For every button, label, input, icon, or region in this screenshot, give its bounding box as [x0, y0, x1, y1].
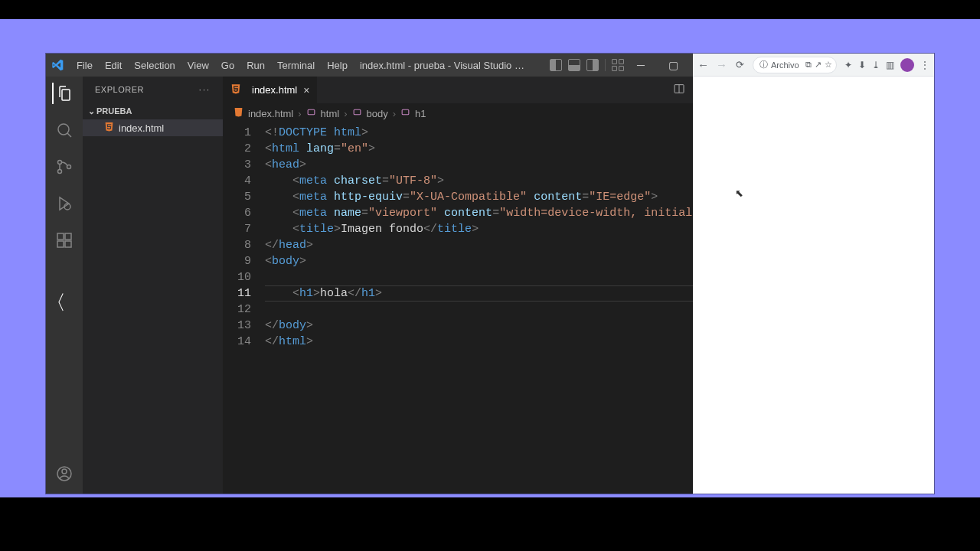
mouse-cursor-icon: ⬉	[735, 187, 743, 199]
layout-bottom-icon[interactable]	[568, 59, 580, 71]
chevron-down-icon: ⌄	[87, 106, 95, 116]
browser-page[interactable]: ⬉	[693, 77, 934, 494]
download-icon[interactable]: ⤓	[872, 60, 880, 70]
layout-controls	[550, 59, 624, 71]
breadcrumbs[interactable]: index.html›html›body›h1	[223, 103, 693, 123]
explorer-icon[interactable]	[52, 83, 75, 104]
layout-grid-icon[interactable]	[612, 59, 624, 71]
tab-bar: index.html ×	[223, 77, 693, 103]
code-line-7[interactable]: <title>Imagen fondo</title>	[265, 221, 693, 237]
extensions-icon[interactable]: ✦	[844, 60, 852, 70]
copy-icon[interactable]: ⧉	[805, 60, 812, 70]
menu-terminal[interactable]: Terminal	[271, 57, 321, 74]
star-icon[interactable]: ☆	[825, 60, 832, 70]
layout-right-icon[interactable]	[586, 59, 599, 71]
menu-selection[interactable]: Selection	[128, 57, 181, 74]
activity-bar	[46, 77, 83, 494]
code-line-14[interactable]: </html>	[265, 334, 693, 350]
browser-toolbar: ← → ⟳ ⓘ Archivo ⧉ ↗ ☆ ✦ ⬇ ⤓ ▥ ⋮	[693, 54, 934, 77]
tab-index-html[interactable]: index.html ×	[223, 77, 318, 103]
back-button[interactable]: ←	[697, 58, 708, 71]
svg-point-3	[67, 165, 71, 169]
vscode-window: FileEditSelectionViewGoRunTerminalHelp i…	[46, 54, 693, 494]
profile-avatar[interactable]	[900, 58, 914, 72]
breadcrumb-html[interactable]: html	[321, 108, 340, 119]
code-line-6[interactable]: <meta name="viewport" content="width=dev…	[265, 205, 693, 221]
tag-icon	[400, 107, 410, 119]
svg-point-10	[62, 469, 67, 474]
menu-help[interactable]: Help	[321, 57, 354, 74]
forward-button[interactable]: →	[716, 58, 727, 71]
accounts-icon[interactable]	[54, 463, 75, 484]
svg-rect-5	[57, 233, 64, 240]
explorer-sidebar: EXPLORER ··· ⌄ PRUEBA index.html	[83, 77, 223, 494]
panel-icon[interactable]: ▥	[886, 60, 894, 70]
maximize-button[interactable]: ▢	[658, 59, 688, 71]
code-line-2[interactable]: <html lang="en">	[265, 141, 693, 157]
menu-run[interactable]: Run	[240, 57, 271, 74]
code-line-10[interactable]	[265, 269, 693, 285]
code-line-8[interactable]: </head>	[265, 237, 693, 253]
html-file-icon	[230, 83, 241, 96]
menu-edit[interactable]: Edit	[99, 57, 128, 74]
svg-rect-12	[308, 109, 315, 115]
breadcrumb-body[interactable]: body	[367, 108, 388, 119]
tag-icon	[352, 107, 362, 119]
code-line-11[interactable]: <h1>hola</h1>	[265, 285, 693, 302]
svg-rect-14	[402, 109, 409, 115]
html-file-icon	[234, 107, 243, 119]
close-icon[interactable]: ×	[303, 84, 309, 96]
menu-go[interactable]: Go	[215, 57, 240, 74]
file-index-html[interactable]: index.html	[83, 119, 223, 136]
split-editor-icon[interactable]	[673, 83, 685, 97]
code-line-13[interactable]: </body>	[265, 318, 693, 334]
address-bar[interactable]: ⓘ Archivo ⧉ ↗ ☆	[753, 57, 837, 73]
breadcrumb-index.html[interactable]: index.html	[248, 108, 293, 119]
source-control-icon[interactable]	[54, 156, 75, 178]
explorer-title: EXPLORER	[95, 85, 144, 94]
svg-rect-6	[57, 241, 64, 247]
svg-rect-7	[65, 241, 71, 247]
editor-area: index.html × index.html›html›body›h1 123…	[223, 77, 693, 494]
folder-header[interactable]: ⌄ PRUEBA	[83, 103, 223, 119]
info-icon: ⓘ	[760, 59, 768, 70]
menu-view[interactable]: View	[181, 57, 215, 74]
share-icon[interactable]: ↗	[815, 60, 822, 70]
address-label: Archivo	[771, 60, 799, 70]
prev-slide-chevron-icon[interactable]: 〈	[46, 289, 66, 316]
svg-point-1	[58, 161, 62, 165]
svg-rect-8	[65, 233, 71, 240]
code-line-1[interactable]: <!DOCTYPE html>	[265, 125, 693, 141]
folder-name: PRUEBA	[96, 106, 132, 116]
svg-rect-13	[354, 109, 361, 115]
code-line-9[interactable]: <body>	[265, 253, 693, 269]
search-icon[interactable]	[54, 119, 75, 141]
code-line-12[interactable]	[265, 302, 693, 318]
extensions-icon[interactable]	[54, 230, 75, 251]
tab-label: index.html	[252, 84, 297, 96]
code-line-3[interactable]: <head>	[265, 157, 693, 173]
code-line-4[interactable]: <meta charset="UTF-8">	[265, 173, 693, 189]
window-title: index.html - prueba - Visual Studio …	[355, 60, 548, 71]
code-line-5[interactable]: <meta http-equiv="X-UA-Compatible" conte…	[265, 189, 693, 205]
minimize-button[interactable]: ─	[626, 59, 656, 71]
explorer-more-icon[interactable]: ···	[199, 85, 211, 94]
user-icon[interactable]: ⬇	[858, 60, 866, 70]
tag-icon	[306, 107, 316, 119]
layout-left-icon[interactable]	[550, 59, 562, 71]
svg-point-2	[58, 170, 62, 174]
reload-button[interactable]: ⟳	[734, 59, 745, 70]
vscode-logo-icon	[51, 58, 64, 72]
titlebar: FileEditSelectionViewGoRunTerminalHelp i…	[46, 54, 693, 77]
run-debug-icon[interactable]	[54, 193, 75, 214]
menu-icon[interactable]: ⋮	[920, 60, 929, 70]
code-editor[interactable]: 1234567891011121314 <!DOCTYPE html><html…	[223, 123, 693, 494]
html-file-icon	[104, 122, 114, 134]
breadcrumb-h1[interactable]: h1	[415, 108, 426, 119]
browser-window: ← → ⟳ ⓘ Archivo ⧉ ↗ ☆ ✦ ⬇ ⤓ ▥ ⋮ ⬉	[693, 54, 934, 494]
svg-point-0	[58, 124, 69, 135]
menu-file[interactable]: File	[70, 57, 99, 74]
